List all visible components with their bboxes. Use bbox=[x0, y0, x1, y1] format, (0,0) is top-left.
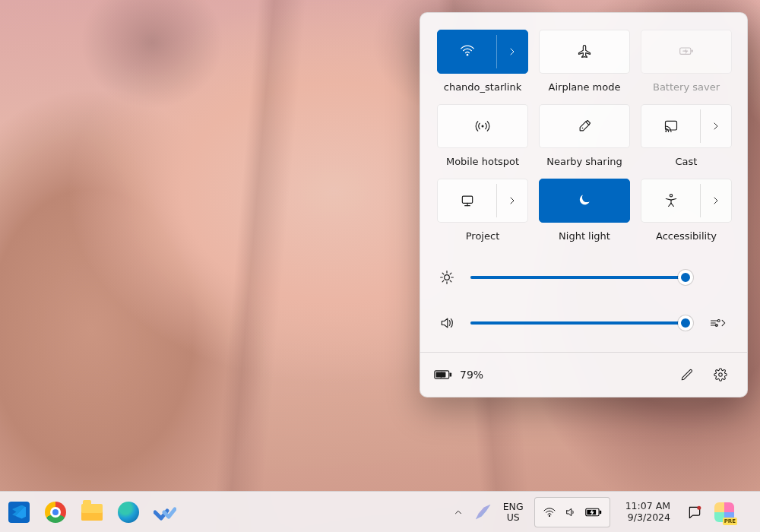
sliders-section bbox=[420, 258, 747, 352]
language-code-bottom: US bbox=[507, 512, 520, 522]
wifi-expand-chevron[interactable] bbox=[497, 46, 527, 58]
speaker-icon bbox=[437, 315, 457, 331]
quick-tile-hotspot: Mobile hotspot bbox=[437, 104, 528, 169]
taskbar: ENG US 11:07 AM 9/3/2024 bbox=[0, 491, 760, 532]
quick-settings-grid: chando_starlinkAirplane modeBattery save… bbox=[420, 13, 747, 247]
language-code-top: ENG bbox=[503, 502, 524, 511]
wifi-icon bbox=[460, 44, 475, 59]
nearby-share-icon bbox=[577, 119, 592, 134]
wifi-toggle-button[interactable] bbox=[437, 30, 528, 74]
quick-settings-footer: 79% bbox=[420, 352, 747, 397]
nearby-label: Nearby sharing bbox=[546, 156, 622, 169]
battery-percent-text: 79% bbox=[460, 369, 483, 381]
tray-feather-icon[interactable] bbox=[470, 492, 497, 533]
chevron-right-icon bbox=[710, 120, 722, 132]
hotspot-toggle-button[interactable] bbox=[437, 104, 528, 148]
taskbar-system-tray: ENG US 11:07 AM 9/3/2024 bbox=[447, 492, 752, 533]
quick-tile-project: Project bbox=[437, 179, 528, 244]
project-expand-chevron[interactable] bbox=[497, 195, 527, 207]
project-label: Project bbox=[466, 230, 499, 244]
clock-date[interactable]: 11:07 AM 9/3/2024 bbox=[615, 492, 681, 533]
svg-point-0 bbox=[445, 275, 450, 280]
nightlight-label: Night light bbox=[559, 230, 610, 244]
taskbar-app-edge[interactable] bbox=[117, 501, 140, 524]
clock-time: 11:07 AM bbox=[625, 501, 670, 511]
language-switcher[interactable]: ENG US bbox=[497, 492, 530, 533]
cast-expand-chevron[interactable] bbox=[701, 120, 731, 132]
accessibility-toggle-button[interactable] bbox=[641, 179, 732, 223]
chevron-right-icon bbox=[506, 195, 518, 207]
volume-slider[interactable] bbox=[470, 315, 692, 331]
accessibility-expand-chevron[interactable] bbox=[701, 195, 731, 207]
nightlight-toggle-button[interactable] bbox=[539, 179, 630, 223]
taskbar-pinned-apps bbox=[8, 501, 176, 524]
brightness-icon bbox=[437, 270, 457, 285]
quick-settings-panel: chando_starlinkAirplane modeBattery save… bbox=[420, 12, 748, 397]
brightness-slider-row bbox=[437, 270, 730, 285]
nearby-toggle-button[interactable] bbox=[539, 104, 630, 148]
settings-button[interactable] bbox=[708, 362, 733, 388]
accessibility-label: Accessibility bbox=[656, 230, 717, 244]
audio-output-chevron[interactable] bbox=[706, 317, 730, 329]
volume-slider-row bbox=[437, 315, 730, 331]
quick-tile-nightlight: Night light bbox=[539, 179, 630, 244]
taskbar-app-vscode[interactable] bbox=[8, 501, 30, 524]
svg-line-7 bbox=[442, 280, 444, 282]
tray-overflow-chevron[interactable] bbox=[447, 492, 470, 533]
battery-saver-label: Battery saver bbox=[653, 81, 720, 95]
taskbar-app-file-explorer[interactable] bbox=[81, 501, 103, 524]
chevron-right-icon bbox=[506, 46, 518, 58]
clock-date-text: 9/3/2024 bbox=[628, 512, 670, 523]
cast-icon bbox=[663, 119, 679, 134]
quick-tile-nearby: Nearby sharing bbox=[539, 104, 630, 169]
airplane-toggle-button[interactable] bbox=[539, 30, 630, 74]
project-icon bbox=[460, 193, 475, 208]
svg-rect-20 bbox=[600, 510, 601, 514]
airplane-label: Airplane mode bbox=[549, 81, 621, 95]
night-light-icon bbox=[577, 193, 592, 208]
brightness-slider[interactable] bbox=[470, 270, 692, 285]
svg-line-5 bbox=[442, 273, 444, 274]
wifi-label: chando_starlink bbox=[444, 81, 521, 95]
battery-saver-icon bbox=[679, 44, 694, 59]
battery-tray-icon bbox=[585, 507, 602, 518]
project-toggle-button[interactable] bbox=[437, 179, 528, 223]
battery-saver-toggle-button[interactable] bbox=[641, 30, 732, 74]
chevron-right-icon bbox=[710, 195, 722, 207]
battery-icon[interactable] bbox=[434, 369, 452, 381]
svg-rect-15 bbox=[450, 372, 452, 376]
copilot-button[interactable] bbox=[708, 492, 740, 533]
svg-point-12 bbox=[717, 320, 720, 322]
cast-toggle-button[interactable] bbox=[641, 104, 732, 148]
notifications-button[interactable] bbox=[681, 492, 708, 533]
speaker-tray-icon bbox=[564, 506, 578, 518]
svg-line-8 bbox=[450, 273, 451, 274]
airplane-icon bbox=[577, 44, 592, 59]
quick-tile-airplane: Airplane mode bbox=[539, 30, 630, 95]
svg-point-22 bbox=[697, 505, 701, 509]
accessibility-icon bbox=[663, 193, 679, 208]
svg-point-17 bbox=[719, 373, 723, 377]
taskbar-app-chrome[interactable] bbox=[44, 501, 67, 524]
quick-tile-accessibility: Accessibility bbox=[641, 179, 732, 244]
show-desktop-edge[interactable] bbox=[740, 492, 752, 533]
hotspot-icon bbox=[475, 119, 490, 134]
network-volume-battery-group[interactable] bbox=[534, 497, 610, 527]
svg-point-18 bbox=[549, 515, 550, 516]
hotspot-label: Mobile hotspot bbox=[446, 156, 519, 169]
cast-label: Cast bbox=[676, 156, 698, 169]
taskbar-app-todo[interactable] bbox=[154, 501, 176, 524]
svg-line-6 bbox=[450, 280, 451, 282]
wifi-tray-icon bbox=[543, 507, 556, 518]
quick-tile-cast: Cast bbox=[641, 104, 732, 169]
quick-tile-battery-saver: Battery saver bbox=[641, 30, 732, 95]
edit-quick-settings-button[interactable] bbox=[674, 362, 700, 388]
quick-tile-wifi: chando_starlink bbox=[437, 30, 528, 95]
